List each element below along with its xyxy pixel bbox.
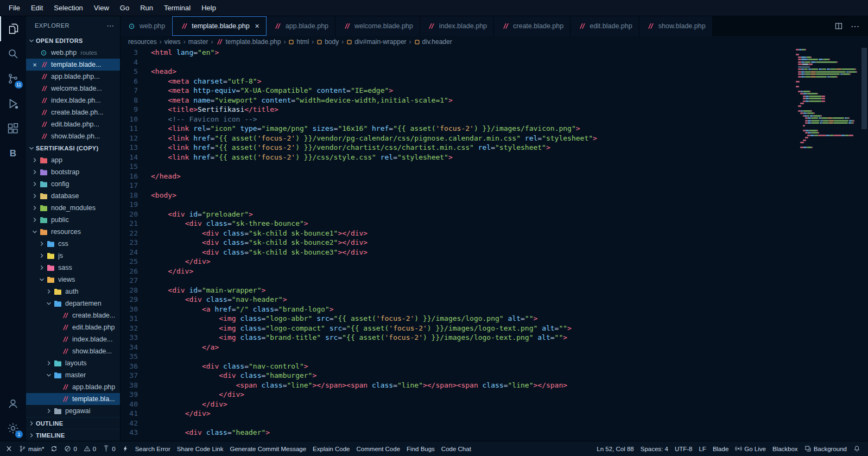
code-line[interactable]: 5<head> (121, 67, 868, 77)
line-number[interactable]: 16 (121, 172, 145, 181)
status-blackbox-ai[interactable] (119, 441, 132, 456)
tab-web-php[interactable]: web.php (121, 16, 172, 36)
outline-header[interactable]: OUTLINE (26, 417, 120, 429)
menu-terminal[interactable]: Terminal (159, 2, 196, 14)
status-code-chat[interactable]: Code Chat (438, 441, 474, 456)
line-number[interactable]: 34 (121, 343, 145, 352)
activity-explorer[interactable] (0, 16, 26, 41)
line-number[interactable]: 13 (121, 143, 145, 153)
code-line[interactable]: 8 <meta name="viewport" content="width=d… (121, 96, 868, 105)
tree-item-public[interactable]: public (26, 214, 120, 226)
activity-blackbox[interactable]: B (0, 141, 26, 166)
status-search-error[interactable]: Search Error (132, 441, 174, 456)
line-number[interactable]: 14 (121, 153, 145, 162)
code-line[interactable]: 26 </div> (121, 267, 868, 276)
code-line[interactable]: 40 </div> (121, 400, 868, 409)
minimap[interactable] (796, 48, 860, 441)
code-line[interactable]: 19 (121, 200, 868, 210)
status-find-bugs[interactable]: Find Bugs (403, 441, 438, 456)
status-cursor-position[interactable]: Ln 52, Col 88 (593, 441, 637, 456)
tree-item-resources[interactable]: resources (26, 226, 120, 238)
line-number[interactable]: 32 (121, 324, 145, 333)
line-number[interactable]: 35 (121, 352, 145, 362)
code-line[interactable]: 42 (121, 419, 868, 428)
line-number[interactable]: 11 (121, 124, 145, 134)
tree-item-edit-blade-php[interactable]: edit.blade.php (26, 321, 120, 333)
line-number[interactable]: 27 (121, 276, 145, 286)
tree-item-master[interactable]: master (26, 369, 120, 381)
code-line[interactable]: 28 <div id="main-wrapper"> (121, 286, 868, 295)
status-warnings[interactable]: 0 (80, 441, 99, 456)
split-editor-icon[interactable] (834, 22, 843, 30)
line-number[interactable]: 21 (121, 219, 145, 229)
code-line[interactable]: 41 </div> (121, 409, 868, 419)
line-number[interactable]: 17 (121, 181, 145, 191)
menu-go[interactable]: Go (115, 2, 135, 14)
open-editor-edit-blade-php[interactable]: ×edit.blade.php... (26, 118, 120, 130)
code-line[interactable]: 16</head> (121, 172, 868, 181)
code-line[interactable]: 10 <!-- Favicon icon --> (121, 115, 868, 124)
status-background[interactable]: Background (801, 441, 850, 456)
code-line[interactable]: 17 (121, 181, 868, 191)
line-number[interactable]: 36 (121, 362, 145, 371)
line-number[interactable]: 41 (121, 409, 145, 419)
line-number[interactable]: 23 (121, 238, 145, 248)
line-number[interactable]: 5 (121, 67, 145, 77)
more-actions-icon[interactable]: ⋯ (107, 21, 115, 30)
tree-item-database[interactable]: database (26, 190, 120, 202)
tree-item-config[interactable]: config (26, 178, 120, 190)
breadcrumb-body[interactable]: body (316, 38, 339, 46)
status-generate-commit-message[interactable]: Generate Commit Message (226, 441, 309, 456)
tree-item-js[interactable]: js (26, 250, 120, 262)
status-encoding[interactable]: UTF-8 (671, 441, 696, 456)
breadcrumb-views[interactable]: views (164, 38, 181, 46)
line-number[interactable]: 24 (121, 248, 145, 257)
activity-source-control[interactable]: 11 (0, 66, 26, 91)
code-line[interactable]: 6 <meta charset="utf-8"> (121, 77, 868, 86)
tree-item-app-blade-php[interactable]: app.blade.php (26, 381, 120, 393)
open-editor-app-blade-php[interactable]: ×app.blade.php... (26, 71, 120, 83)
code-editor[interactable]: 3<html lang="en">45<head>6 <meta charset… (121, 48, 868, 441)
line-number[interactable]: 22 (121, 229, 145, 238)
code-line[interactable]: 30 <a href="/" class="brand-logo"> (121, 305, 868, 314)
line-number[interactable]: 4 (121, 58, 145, 67)
breadcrumb-resources[interactable]: resources (128, 38, 157, 46)
line-number[interactable]: 38 (121, 381, 145, 390)
line-number[interactable]: 28 (121, 286, 145, 295)
line-number[interactable]: 10 (121, 115, 145, 124)
code-line[interactable]: 29 <div class="nav-header"> (121, 295, 868, 305)
tree-item-pegawai[interactable]: pegawai (26, 405, 120, 417)
menu-view[interactable]: View (88, 2, 115, 14)
status-blackbox[interactable]: Blackbox (769, 441, 801, 456)
tree-item-show-blade[interactable]: show.blade... (26, 345, 120, 357)
tree-item-views[interactable]: views (26, 274, 120, 286)
line-number[interactable]: 15 (121, 162, 145, 172)
more-actions-icon[interactable]: ⋯ (851, 21, 859, 31)
activity-run-debug[interactable] (0, 91, 26, 116)
menu-file[interactable]: File (3, 2, 26, 14)
scrollbar[interactable] (860, 48, 868, 441)
code-line[interactable]: 39 </div> (121, 390, 868, 400)
close-icon[interactable]: × (255, 22, 259, 30)
code-line[interactable]: 20 <div id="preloader"> (121, 210, 868, 219)
breadcrumb-div-header[interactable]: div.header (414, 38, 452, 46)
tree-item-departemen[interactable]: departemen (26, 297, 120, 309)
breadcrumb-master[interactable]: master (188, 38, 208, 46)
code-line[interactable]: 18<body> (121, 191, 868, 200)
status-eol[interactable]: LF (695, 441, 709, 456)
line-number[interactable]: 30 (121, 305, 145, 314)
code-line[interactable]: 27 (121, 276, 868, 286)
status-remote[interactable] (2, 441, 16, 456)
menu-edit[interactable]: Edit (26, 2, 48, 14)
code-line[interactable]: 22 <div class="sk-child sk-bounce1"></di… (121, 229, 868, 238)
tab-app-blade-php[interactable]: app.blade.php (267, 16, 335, 36)
line-number[interactable]: 26 (121, 267, 145, 276)
status-language-mode[interactable]: Blade (709, 441, 732, 456)
code-line[interactable]: 4 (121, 58, 868, 67)
code-line[interactable]: 43 <div class="header"> (121, 428, 868, 438)
close-icon[interactable]: × (30, 61, 39, 69)
code-line[interactable]: 38 <span class="line"></span><span class… (121, 381, 868, 390)
tree-item-template-bla[interactable]: template.bla... (26, 393, 120, 405)
tree-item-auth[interactable]: auth (26, 286, 120, 297)
line-number[interactable]: 33 (121, 333, 145, 343)
